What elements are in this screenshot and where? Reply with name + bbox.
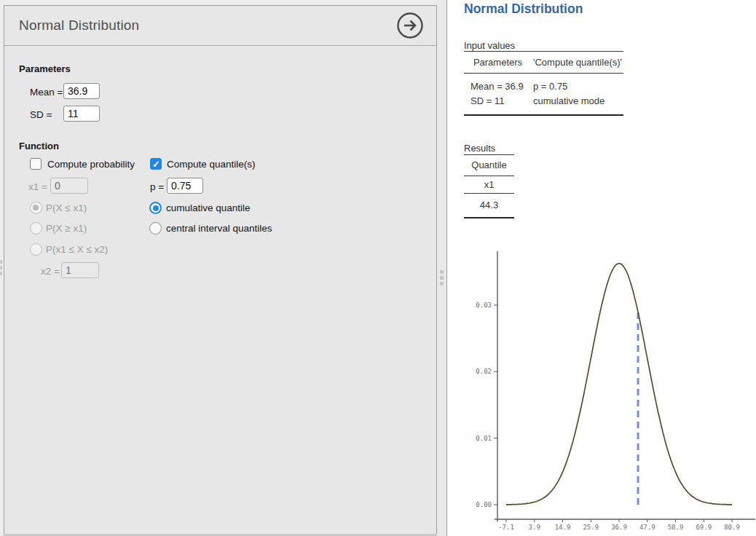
compute-quantiles-checkbox[interactable] bbox=[150, 158, 162, 170]
results-table: Quantile x1 44.3 bbox=[464, 154, 514, 218]
x2-input bbox=[61, 262, 99, 278]
output-title: Normal Distribution bbox=[464, 1, 583, 17]
prob-between-radio bbox=[30, 243, 42, 256]
x2-label: x2 = bbox=[41, 266, 60, 277]
normal-distribution-plot: 0.000.010.020.03-7.13.914.925.936.947.95… bbox=[447, 240, 756, 536]
parameters-section-label: Parameters bbox=[19, 63, 71, 74]
panel-title: Normal Distribution bbox=[19, 17, 139, 34]
x1-label: x1 = bbox=[28, 181, 47, 192]
svg-text:80.9: 80.9 bbox=[724, 524, 740, 531]
prob-ge-label: P(X ≥ x1) bbox=[46, 223, 87, 234]
compute-probability-label: Compute probability bbox=[47, 159, 135, 170]
function-section-label: Function bbox=[19, 141, 59, 151]
prob-le-label: P(X ≤ x1) bbox=[46, 202, 87, 213]
sd-label: SD = bbox=[30, 109, 52, 120]
input-table-header: Parameters 'Compute quantile(s)' bbox=[464, 52, 623, 74]
input-values-caption: Input values bbox=[464, 40, 515, 51]
svg-text:0.01: 0.01 bbox=[476, 435, 492, 442]
input-mean-cell: Mean = 36.9 bbox=[464, 81, 532, 92]
output-panel: Normal Distribution Input values Paramet… bbox=[446, 0, 756, 536]
x1-input bbox=[50, 178, 88, 194]
input-table-body: Mean = 36.9 p = 0.75 SD = 11 cumulative … bbox=[464, 74, 623, 116]
svg-text:58.9: 58.9 bbox=[668, 524, 684, 531]
svg-text:36.9: 36.9 bbox=[611, 524, 627, 531]
control-panel: Normal Distribution Parameters Mean = SD… bbox=[4, 5, 437, 536]
input-p-cell: p = 0.75 bbox=[532, 81, 623, 92]
mean-input[interactable] bbox=[63, 83, 100, 99]
compute-probability-checkbox[interactable] bbox=[30, 158, 42, 170]
central-interval-label: central interval quantiles bbox=[166, 223, 272, 234]
results-caption: Results bbox=[464, 143, 495, 154]
results-subheader: x1 bbox=[464, 176, 514, 194]
table-row: Mean = 36.9 p = 0.75 bbox=[464, 79, 623, 93]
table-row: SD = 11 cumulative mode bbox=[464, 93, 623, 108]
prob-le-radio bbox=[30, 202, 42, 214]
mean-label: Mean = bbox=[30, 87, 63, 98]
results-value: 44.3 bbox=[464, 194, 514, 218]
input-mode-cell: cumulative mode bbox=[532, 95, 623, 106]
app-window: Normal Distribution Parameters Mean = SD… bbox=[0, 0, 756, 536]
splitter-handle-icon[interactable] bbox=[440, 270, 444, 285]
input-values-table: Parameters 'Compute quantile(s)' Mean = … bbox=[464, 51, 623, 116]
cumulative-quantile-radio[interactable] bbox=[149, 202, 162, 214]
svg-text:47.9: 47.9 bbox=[639, 524, 655, 531]
input-sd-cell: SD = 11 bbox=[464, 95, 532, 106]
central-interval-radio[interactable] bbox=[149, 222, 162, 234]
compute-quantiles-label: Compute quantile(s) bbox=[167, 159, 256, 170]
svg-text:0.03: 0.03 bbox=[476, 302, 492, 309]
svg-text:25.9: 25.9 bbox=[583, 524, 599, 531]
svg-text:-7.1: -7.1 bbox=[498, 524, 514, 531]
prob-between-label: P(x1 ≤ X ≤ x2) bbox=[46, 244, 108, 255]
svg-text:3.9: 3.9 bbox=[529, 524, 540, 531]
svg-text:69.9: 69.9 bbox=[696, 524, 712, 531]
svg-text:14.9: 14.9 bbox=[555, 524, 571, 531]
input-table-col2-header: 'Compute quantile(s)' bbox=[532, 57, 623, 68]
input-table-col1-header: Parameters bbox=[464, 57, 532, 68]
control-panel-header: Normal Distribution bbox=[4, 6, 436, 46]
sd-input[interactable] bbox=[63, 106, 100, 122]
svg-text:0.00: 0.00 bbox=[476, 501, 492, 508]
panel-splitter[interactable] bbox=[437, 0, 446, 536]
prob-ge-radio bbox=[30, 222, 42, 234]
p-label: p = bbox=[150, 181, 164, 192]
left-edge-splitter-handle[interactable] bbox=[0, 260, 2, 275]
cumulative-quantile-label: cumulative quantile bbox=[166, 202, 251, 213]
results-header: Quantile bbox=[464, 155, 514, 176]
arrow-right-circle-icon[interactable] bbox=[396, 12, 424, 39]
svg-text:0.02: 0.02 bbox=[476, 368, 492, 375]
p-input[interactable] bbox=[167, 178, 203, 194]
